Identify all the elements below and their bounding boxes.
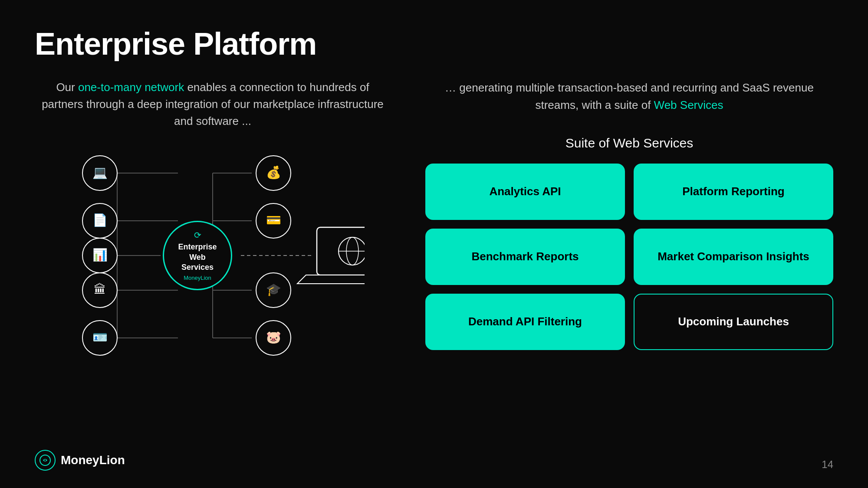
service-card-demand-api: Demand API Filtering bbox=[425, 294, 625, 350]
service-card-market-comparison: Market Comparison Insights bbox=[634, 229, 833, 285]
analytics-api-label: Analytics API bbox=[489, 184, 561, 199]
revenue-highlight: Web Services bbox=[654, 98, 723, 111]
enterprise-center-circle: ⟳ EnterpriseWebServices MoneyLion bbox=[163, 221, 232, 290]
benchmark-reports-label: Benchmark Reports bbox=[471, 249, 579, 264]
service-card-benchmark-reports: Benchmark Reports bbox=[425, 229, 625, 285]
moneylion-center-icon: ⟳ bbox=[194, 230, 201, 240]
demand-api-label: Demand API Filtering bbox=[468, 314, 582, 329]
service-card-platform-reporting: Platform Reporting bbox=[634, 164, 833, 220]
service-card-upcoming-launches: Upcoming Launches bbox=[634, 294, 833, 350]
svg-text:💻: 💻 bbox=[92, 165, 108, 180]
services-grid: Analytics API Platform Reporting Benchma… bbox=[425, 164, 833, 350]
right-column: … generating multiple transaction-based … bbox=[425, 79, 833, 364]
footer-logo: MoneyLion bbox=[35, 450, 125, 471]
content-area: Our one-to-many network enables a connec… bbox=[35, 79, 833, 364]
svg-text:🐷: 🐷 bbox=[266, 330, 281, 344]
svg-text:📄: 📄 bbox=[92, 213, 108, 227]
svg-point-36 bbox=[44, 459, 46, 461]
page-number: 14 bbox=[822, 459, 833, 471]
suite-title: Suite of Web Services bbox=[425, 136, 833, 151]
market-comparison-label: Market Comparison Insights bbox=[658, 249, 809, 264]
svg-text:🏛: 🏛 bbox=[94, 283, 106, 296]
revenue-text: … generating multiple transaction-based … bbox=[425, 79, 833, 114]
svg-text:💳: 💳 bbox=[266, 213, 281, 227]
footer-logo-text: MoneyLion bbox=[61, 453, 125, 467]
moneylion-logo-icon bbox=[35, 450, 56, 471]
subtitle-before: Our bbox=[56, 81, 78, 94]
left-column: Our one-to-many network enables a connec… bbox=[35, 79, 391, 364]
svg-marker-34 bbox=[297, 275, 365, 284]
subtitle-text: Our one-to-many network enables a connec… bbox=[35, 79, 391, 130]
upcoming-launches-label: Upcoming Launches bbox=[678, 314, 789, 329]
svg-text:🎓: 🎓 bbox=[266, 282, 281, 297]
platform-reporting-label: Platform Reporting bbox=[682, 184, 784, 199]
subtitle-highlight: one-to-many network bbox=[78, 81, 184, 94]
slide-title: Enterprise Platform bbox=[35, 26, 833, 62]
svg-text:📊: 📊 bbox=[92, 248, 108, 262]
center-label: EnterpriseWebServices bbox=[178, 242, 217, 272]
svg-text:💰: 💰 bbox=[266, 165, 281, 180]
svg-text:🪪: 🪪 bbox=[92, 330, 108, 344]
service-card-analytics-api: Analytics API bbox=[425, 164, 625, 220]
slide-container: Enterprise Platform Our one-to-many netw… bbox=[0, 0, 868, 488]
center-sub: MoneyLion bbox=[184, 275, 211, 281]
footer: MoneyLion bbox=[35, 450, 125, 471]
diagram-area: 💻 📄 📊 🏛 🪪 💰 bbox=[61, 147, 365, 364]
revenue-before: … generating multiple transaction-based … bbox=[445, 81, 814, 111]
